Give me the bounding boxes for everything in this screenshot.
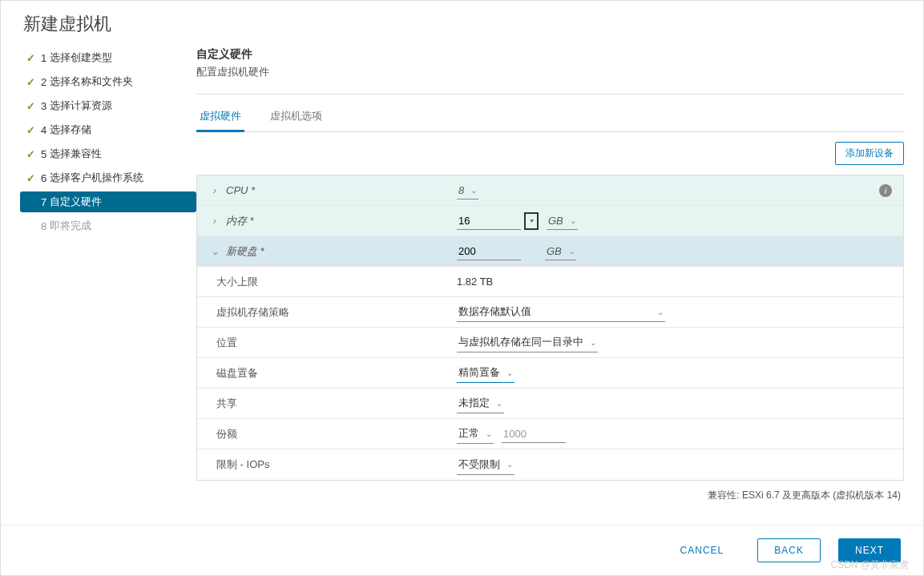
- step-4[interactable]: ✓4选择存储: [20, 119, 196, 140]
- maxsize-label: 大小上限: [216, 275, 258, 289]
- modal-title: 新建虚拟机: [1, 1, 923, 44]
- provisioning-row: 磁盘置备 精简置备⌄: [197, 358, 903, 389]
- memory-label: 内存 *: [226, 214, 254, 228]
- check-icon: ✓: [26, 124, 36, 136]
- step-2[interactable]: ✓2选择名称和文件夹: [20, 71, 196, 92]
- chevron-right-icon[interactable]: ›: [208, 215, 221, 227]
- location-select[interactable]: 与虚拟机存储在同一目录中⌄: [457, 332, 598, 352]
- shares-amount-input[interactable]: [502, 425, 566, 443]
- disk-unit-select[interactable]: GB⌄: [545, 243, 576, 260]
- sharing-row: 共享 未指定⌄: [197, 389, 903, 419]
- shares-row: 份额 正常⌄: [197, 419, 903, 449]
- disk-size-input[interactable]: [457, 243, 521, 260]
- cpu-label: CPU *: [226, 184, 255, 196]
- check-icon: ✓: [26, 148, 36, 160]
- cpu-select[interactable]: 8⌄: [457, 182, 478, 199]
- chevron-down-icon: ⌄: [470, 186, 477, 195]
- back-button[interactable]: BACK: [757, 538, 821, 562]
- new-disk-row: ⌄新硬盘 * GB⌄: [197, 236, 903, 267]
- storage-policy-row: 虚拟机存储策略 数据存储默认值⌄: [197, 297, 903, 328]
- check-icon: ✓: [26, 52, 36, 64]
- compatibility-text: 兼容性: ESXi 6.7 及更高版本 (虚拟机版本 14): [196, 481, 904, 510]
- step-8: 8即将完成: [20, 215, 196, 236]
- chevron-down-icon[interactable]: ⌄: [208, 245, 221, 257]
- section-title: 自定义硬件: [196, 44, 904, 65]
- location-row: 位置 与虚拟机存储在同一目录中⌄: [197, 328, 903, 358]
- new-vm-modal: 新建虚拟机 ✓1选择创建类型 ✓2选择名称和文件夹 ✓3选择计算资源 ✓4选择存…: [0, 0, 924, 576]
- chevron-down-icon: ⌄: [590, 338, 596, 347]
- wizard-steps: ✓1选择创建类型 ✓2选择名称和文件夹 ✓3选择计算资源 ✓4选择存储 ✓5选择…: [20, 44, 196, 525]
- chevron-down-icon: ⌄: [568, 247, 575, 256]
- iops-limit-row: 限制 - IOPs 不受限制⌄: [197, 449, 903, 480]
- check-icon: ✓: [26, 100, 36, 112]
- provisioning-select[interactable]: 精简置备⌄: [457, 363, 514, 383]
- memory-row: ›内存 * ▾ GB⌄: [197, 206, 903, 236]
- info-icon[interactable]: i: [879, 184, 892, 197]
- step-5[interactable]: ✓5选择兼容性: [20, 143, 196, 164]
- memory-input[interactable]: [457, 212, 521, 230]
- chevron-down-icon: ⌄: [570, 216, 576, 225]
- chevron-down-icon: ⌄: [496, 399, 502, 408]
- tab-bar: 虚拟硬件 虚拟机选项: [196, 103, 904, 132]
- chevron-down-icon: ⌄: [506, 460, 513, 469]
- chevron-down-icon: ⌄: [486, 429, 492, 438]
- storage-policy-label: 虚拟机存储策略: [216, 305, 289, 320]
- hardware-table: ›CPU * 8⌄ i ›内存 * ▾ GB⌄: [196, 175, 904, 481]
- tab-vm-options[interactable]: 虚拟机选项: [267, 103, 325, 131]
- watermark-text: CSDN @莫非家虎: [830, 558, 909, 572]
- iops-limit-select[interactable]: 不受限制⌄: [457, 455, 514, 475]
- memory-unit-select[interactable]: GB⌄: [547, 212, 578, 230]
- add-device-button[interactable]: 添加新设备: [835, 142, 904, 165]
- step-6[interactable]: ✓6选择客户机操作系统: [20, 167, 196, 188]
- storage-policy-select[interactable]: 数据存储默认值⌄: [457, 302, 665, 322]
- spinner-icon[interactable]: ▾: [524, 212, 539, 230]
- maxsize-row: 大小上限 1.82 TB: [197, 267, 903, 297]
- section-subtitle: 配置虚拟机硬件: [196, 65, 904, 79]
- step-7[interactable]: 7自定义硬件: [20, 191, 196, 212]
- sharing-label: 共享: [216, 397, 237, 411]
- maxsize-value: 1.82 TB: [457, 276, 493, 288]
- provisioning-label: 磁盘置备: [216, 366, 258, 381]
- cpu-row: ›CPU * 8⌄ i: [197, 175, 903, 206]
- tab-virtual-hardware[interactable]: 虚拟硬件: [196, 103, 244, 132]
- check-icon: ✓: [26, 76, 36, 88]
- shares-level-select[interactable]: 正常⌄: [457, 424, 494, 444]
- new-disk-label: 新硬盘 *: [226, 244, 264, 259]
- location-label: 位置: [216, 336, 237, 350]
- step-1[interactable]: ✓1选择创建类型: [20, 47, 196, 68]
- iops-limit-label: 限制 - IOPs: [216, 457, 269, 472]
- check-icon: ✓: [26, 172, 36, 184]
- wizard-footer: CANCEL BACK NEXT: [1, 525, 923, 575]
- sharing-select[interactable]: 未指定⌄: [457, 393, 504, 413]
- shares-label: 份额: [216, 427, 237, 441]
- chevron-right-icon[interactable]: ›: [208, 184, 221, 196]
- chevron-down-icon: ⌄: [657, 308, 664, 316]
- step-3[interactable]: ✓3选择计算资源: [20, 95, 196, 116]
- cancel-button[interactable]: CANCEL: [664, 539, 740, 562]
- chevron-down-icon: ⌄: [506, 369, 513, 377]
